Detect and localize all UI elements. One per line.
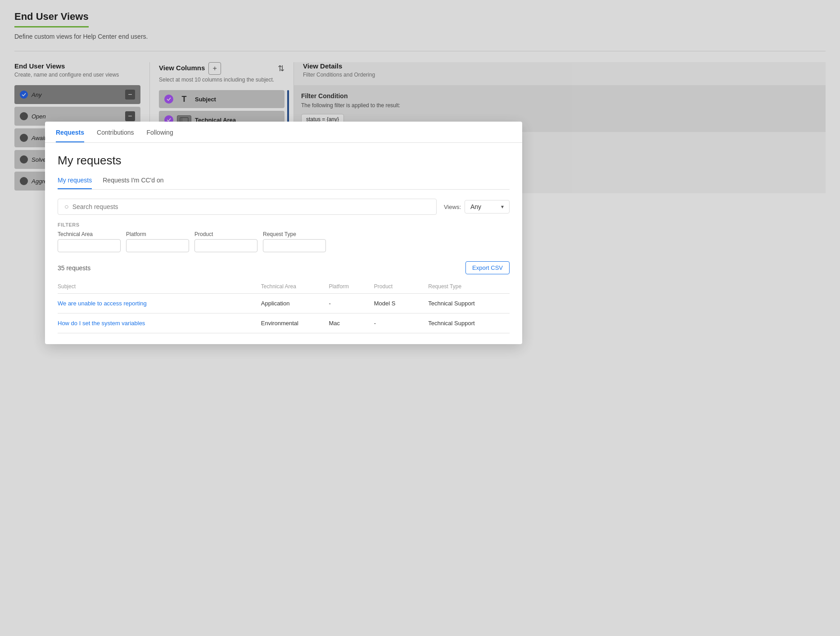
nav-item-contributions[interactable]: Contributions: [97, 129, 134, 142]
filter-request-type-label: Request Type: [263, 231, 326, 237]
request-link-2[interactable]: How do I set the system variables: [58, 320, 145, 327]
table-cell-tech-1: Application: [261, 294, 329, 313]
export-csv-button[interactable]: Export CSV: [465, 261, 510, 274]
filter-platform-label: Platform: [126, 231, 189, 237]
table-header-platform: Platform: [329, 280, 374, 294]
table-header-technical-area: Technical Area: [261, 280, 329, 294]
filter-technical-area-input[interactable]: [58, 239, 121, 252]
table-header-request-type: Request Type: [428, 280, 510, 294]
views-select[interactable]: Any ▾: [465, 200, 510, 214]
sub-tab-cc-on[interactable]: Requests I'm CC'd on: [103, 177, 163, 189]
request-link-1[interactable]: We are unable to access reporting: [58, 300, 147, 307]
filters-section: FILTERS Technical Area Platform Product …: [58, 222, 510, 252]
table-cell-tech-2: Environmental: [261, 313, 329, 333]
modal-nav: Requests Contributions Following: [45, 122, 522, 143]
filter-technical-area: Technical Area: [58, 231, 121, 252]
filter-platform-input[interactable]: [126, 239, 189, 252]
requests-count: 35 requests: [58, 264, 90, 272]
views-label: Views:: [444, 204, 461, 210]
sub-tabs: My requests Requests I'm CC'd on: [58, 177, 510, 190]
search-input[interactable]: [72, 203, 430, 210]
filter-product-input[interactable]: [194, 239, 257, 252]
search-box[interactable]: ○: [58, 199, 437, 215]
table-cell-product-2: -: [374, 313, 428, 333]
views-group: Views: Any ▾: [444, 200, 510, 214]
table-cell-reqtype-1: Technical Support: [428, 294, 510, 313]
table-cell-product-1: Model S: [374, 294, 428, 313]
modal-title: My requests: [58, 154, 510, 168]
search-icon: ○: [64, 203, 69, 211]
nav-item-following[interactable]: Following: [147, 129, 173, 142]
table-header-subject: Subject: [58, 280, 261, 294]
table-row: How do I set the system variables Enviro…: [58, 313, 510, 333]
filters-label: FILTERS: [58, 222, 510, 227]
requests-info-row: 35 requests Export CSV: [58, 261, 510, 274]
filter-technical-area-label: Technical Area: [58, 231, 121, 237]
requests-modal: Requests Contributions Following My requ…: [45, 122, 522, 344]
chevron-down-icon: ▾: [501, 204, 504, 210]
filter-product: Product: [194, 231, 257, 252]
table-header-product: Product: [374, 280, 428, 294]
filter-platform: Platform: [126, 231, 189, 252]
nav-item-requests[interactable]: Requests: [56, 129, 84, 142]
table-row: We are unable to access reporting Applic…: [58, 294, 510, 313]
table-cell-reqtype-2: Technical Support: [428, 313, 510, 333]
filter-product-label: Product: [194, 231, 257, 237]
table-cell-platform-1: -: [329, 294, 374, 313]
table-cell-platform-2: Mac: [329, 313, 374, 333]
filter-request-type: Request Type: [263, 231, 326, 252]
requests-table: Subject Technical Area Platform Product …: [58, 280, 510, 333]
filter-request-type-input[interactable]: [263, 239, 326, 252]
sub-tab-my-requests[interactable]: My requests: [58, 177, 92, 189]
